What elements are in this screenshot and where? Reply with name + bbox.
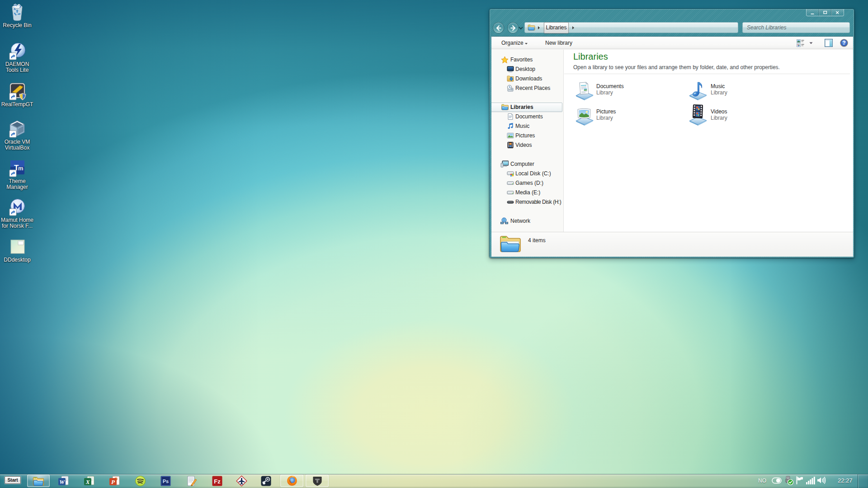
svg-text:?: ? [842, 40, 845, 46]
